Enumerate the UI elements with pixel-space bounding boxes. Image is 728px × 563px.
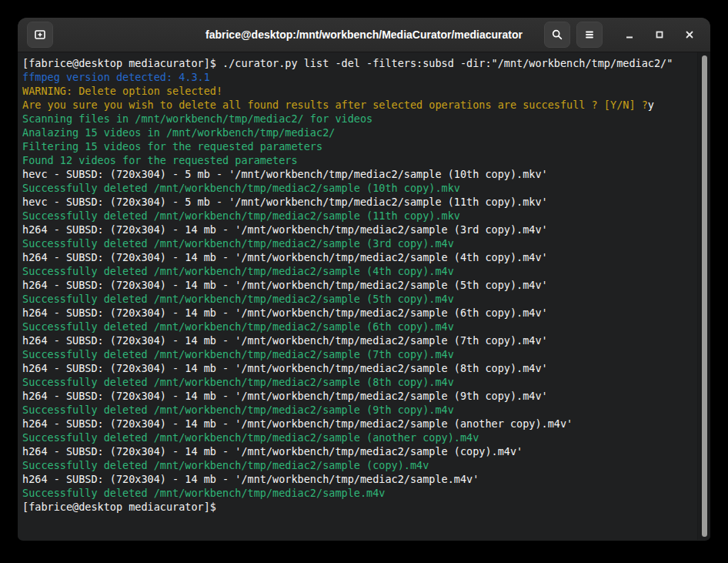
new-tab-button[interactable] [27, 22, 53, 48]
terminal-line: hevc - SUBSD: (720x304) - 5 mb - '/mnt/w… [22, 167, 693, 181]
hamburger-menu-icon [584, 29, 595, 40]
window-title: fabrice@desktop:/mnt/workbench/MediaCura… [205, 28, 523, 41]
terminal-line: h264 - SUBSD: (720x304) - 14 mb - '/mnt/… [22, 417, 693, 431]
terminal-line: Successfully deleted /mnt/workbench/tmp/… [22, 403, 693, 417]
titlebar-controls [544, 22, 701, 48]
terminal-line: Analazing 15 videos in /mnt/workbench/tm… [22, 126, 693, 139]
terminal-line: Successfully deleted /mnt/workbench/tmp/… [22, 181, 693, 195]
terminal[interactable]: [fabrice@desktop mediacurator]$ ./curato… [18, 52, 710, 540]
new-tab-icon [34, 28, 46, 41]
terminal-output[interactable]: [fabrice@desktop mediacurator]$ ./curato… [22, 56, 693, 540]
search-button[interactable] [544, 22, 570, 48]
terminal-line: Scanning files in /mnt/workbench/tmp/med… [22, 112, 693, 126]
terminal-line: [fabrice@desktop mediacurator]$ [22, 500, 693, 514]
terminal-line: h264 - SUBSD: (720x304) - 14 mb - '/mnt/… [22, 333, 693, 347]
minimize-button[interactable] [619, 25, 640, 45]
terminal-line: Successfully deleted /mnt/workbench/tmp/… [22, 292, 693, 306]
terminal-line: hevc - SUBSD: (720x304) - 5 mb - '/mnt/w… [22, 195, 693, 209]
terminal-line: h264 - SUBSD: (720x304) - 14 mb - '/mnt/… [22, 306, 693, 320]
terminal-line: Successfully deleted /mnt/workbench/tmp/… [22, 458, 693, 472]
maximize-button[interactable] [650, 25, 670, 45]
terminal-line: Successfully deleted /mnt/workbench/tmp/… [22, 347, 693, 361]
terminal-window: fabrice@desktop:/mnt/workbench/MediaCura… [18, 18, 710, 541]
terminal-line: h264 - SUBSD: (720x304) - 14 mb - '/mnt/… [22, 223, 693, 236]
terminal-line: Successfully deleted /mnt/workbench/tmp/… [22, 431, 693, 444]
terminal-line: Successfully deleted /mnt/workbench/tmp/… [22, 320, 693, 333]
desktop-background: fabrice@desktop:/mnt/workbench/MediaCura… [0, 0, 728, 563]
menu-button[interactable] [576, 22, 603, 48]
terminal-line: Successfully deleted /mnt/workbench/tmp/… [22, 486, 693, 500]
terminal-line: h264 - SUBSD: (720x304) - 14 mb - '/mnt/… [22, 278, 693, 292]
titlebar[interactable]: fabrice@desktop:/mnt/workbench/MediaCura… [18, 18, 710, 52]
terminal-line: Found 12 videos for the requested parame… [22, 153, 693, 167]
terminal-line: Successfully deleted /mnt/workbench/tmp/… [22, 236, 693, 250]
minimize-icon [623, 28, 636, 41]
search-icon [551, 28, 563, 41]
terminal-line: Successfully deleted /mnt/workbench/tmp/… [22, 209, 693, 223]
close-icon [683, 28, 696, 41]
terminal-line: h264 - SUBSD: (720x304) - 14 mb - '/mnt/… [22, 444, 693, 458]
close-button[interactable] [680, 25, 700, 45]
window-controls [619, 25, 700, 45]
terminal-line: h264 - SUBSD: (720x304) - 14 mb - '/mnt/… [22, 250, 693, 264]
terminal-line: [fabrice@desktop mediacurator]$ ./curato… [22, 56, 693, 70]
terminal-line: WARNING: Delete option selected! [22, 84, 693, 98]
terminal-line: Are you sure you wish to delete all foun… [22, 98, 693, 112]
terminal-line: Successfully deleted /mnt/workbench/tmp/… [22, 375, 693, 389]
scrollbar[interactable] [697, 52, 710, 540]
terminal-line: h264 - SUBSD: (720x304) - 14 mb - '/mnt/… [22, 472, 693, 486]
terminal-line: ffmpeg version detected: 4.3.1 [22, 70, 693, 84]
terminal-line: h264 - SUBSD: (720x304) - 14 mb - '/mnt/… [22, 361, 693, 375]
terminal-line: Successfully deleted /mnt/workbench/tmp/… [22, 264, 693, 278]
terminal-line: h264 - SUBSD: (720x304) - 14 mb - '/mnt/… [22, 389, 693, 403]
scrollbar-thumb[interactable] [702, 55, 707, 537]
maximize-icon [653, 28, 666, 41]
terminal-line: Filtering 15 videos for the requested pa… [22, 139, 693, 153]
